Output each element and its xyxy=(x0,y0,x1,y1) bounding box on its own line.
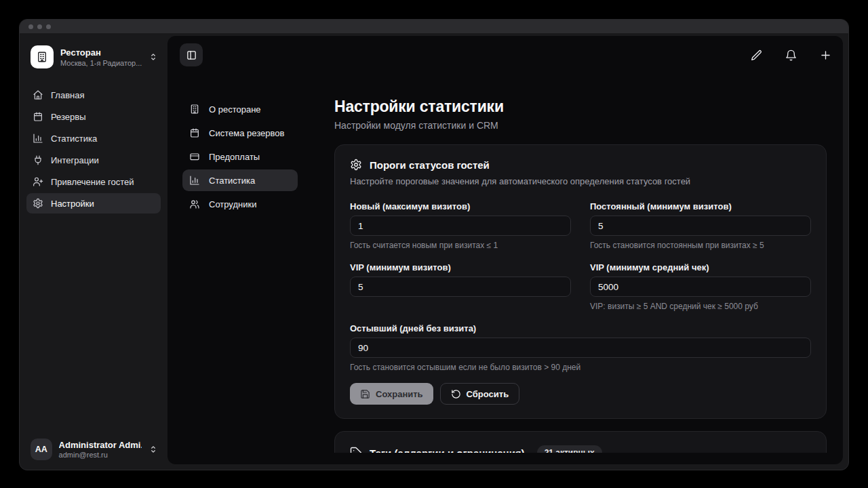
page-subtitle: Настройки модуля статистики и CRM xyxy=(334,120,827,131)
sidebar-item-label: Настройки xyxy=(51,199,94,209)
save-icon xyxy=(360,389,370,399)
field-label: Постоянный (минимум визитов) xyxy=(590,201,811,211)
workspace-location: Москва, 1-я Радиатор... xyxy=(60,59,142,67)
building-icon xyxy=(189,104,200,115)
sidebar: Ресторан Москва, 1-я Радиатор... xyxy=(20,33,167,470)
field-label: Новый (максимум визитов) xyxy=(350,201,571,211)
field-help: VIP: визиты ≥ 5 AND средний чек ≥ 5000 р… xyxy=(590,302,811,311)
field-help: Гость считается новым при визитах ≤ 1 xyxy=(350,241,571,250)
save-button[interactable]: Сохранить xyxy=(350,383,433,405)
panel-left-icon xyxy=(186,49,197,61)
settings-nav-item-employees[interactable]: Сотрудники xyxy=(182,193,298,215)
home-icon xyxy=(33,89,43,100)
workspace-switcher[interactable]: Ресторан Москва, 1-я Радиатор... xyxy=(26,40,161,74)
user-email: admin@rest.ru xyxy=(59,451,142,459)
add-button[interactable] xyxy=(816,46,834,64)
main-header xyxy=(167,36,843,74)
field-help: Гость становится остывшим если не было в… xyxy=(350,363,811,372)
active-tags-badge: 21 активных xyxy=(537,445,602,453)
app-window: Ресторан Москва, 1-я Радиатор... xyxy=(19,19,849,470)
field-help: Гость становится постоянным при визитах … xyxy=(590,241,811,250)
window-zoom-button[interactable] xyxy=(46,24,51,29)
field-cooled-days: Остывший (дней без визита) Гость станови… xyxy=(350,323,811,372)
vip-min-avg-check-input[interactable] xyxy=(590,277,811,297)
field-regular-min-visits: Постоянный (минимум визитов) Гость стано… xyxy=(590,201,811,250)
bar-chart-icon xyxy=(33,133,43,144)
page-title: Настройки статистики xyxy=(334,98,827,115)
settings-nav-label: Система резервов xyxy=(209,128,284,138)
field-new-max-visits: Новый (максимум визитов) Гость считается… xyxy=(350,201,571,250)
settings-nav-label: Предоплаты xyxy=(209,152,260,162)
users-icon xyxy=(189,199,200,209)
notifications-button[interactable] xyxy=(782,46,800,64)
chevrons-up-down-icon xyxy=(149,52,158,62)
new-max-visits-input[interactable] xyxy=(350,216,571,236)
restaurant-logo-icon xyxy=(31,45,54,68)
calendar-icon xyxy=(189,127,200,138)
sidebar-item-label: Резервы xyxy=(51,112,86,122)
save-button-label: Сохранить xyxy=(376,389,423,399)
sidebar-item-reserves[interactable]: Резервы xyxy=(26,106,161,127)
gear-icon xyxy=(350,159,362,171)
form-column: Настройки статистики Настройки модуля ст… xyxy=(334,98,827,453)
plug-icon xyxy=(33,155,43,165)
card-title: Пороги статусов гостей xyxy=(370,159,490,171)
chevrons-up-down-icon xyxy=(149,445,158,454)
card-subtitle: Настройте пороговые значения для автомат… xyxy=(350,176,811,186)
sidebar-item-label: Привлечение гостей xyxy=(51,177,134,187)
titlebar[interactable] xyxy=(20,20,848,33)
user-name: Administrator Admi... xyxy=(59,440,142,450)
settings-nav-item-reserve-system[interactable]: Система резервов xyxy=(182,122,298,144)
card-title: Теги (аллергии и ограничения) xyxy=(370,447,525,453)
tags-card: Теги (аллергии и ограничения) 21 активны… xyxy=(334,431,827,453)
main-panel: О ресторане Система резервов xyxy=(167,36,843,464)
settings-nav-label: Статистика xyxy=(209,176,255,186)
reset-button[interactable]: Сбросить xyxy=(440,383,520,405)
window-close-button[interactable] xyxy=(28,24,33,29)
sidebar-item-home[interactable]: Главная xyxy=(26,85,161,105)
settings-nav-item-statistics[interactable]: Статистика xyxy=(182,169,298,191)
field-vip-min-avg-check: VIP (минимум средний чек) VIP: визиты ≥ … xyxy=(590,262,811,311)
edit-button[interactable] xyxy=(747,46,765,64)
calendar-icon xyxy=(33,111,43,122)
gear-icon xyxy=(33,198,43,209)
sidebar-item-guest-acquisition[interactable]: Привлечение гостей xyxy=(26,171,161,192)
sidebar-item-label: Интеграции xyxy=(51,155,99,165)
settings-content: О ресторане Система резервов xyxy=(167,74,843,453)
workspace-name: Ресторан xyxy=(60,47,142,58)
cooled-days-input[interactable] xyxy=(350,338,811,358)
field-label: Остывший (дней без визита) xyxy=(350,323,811,333)
user-menu[interactable]: AA Administrator Admi... admin@rest.ru xyxy=(26,435,161,462)
field-label: VIP (минимум средний чек) xyxy=(590,262,811,272)
window-minimize-button[interactable] xyxy=(37,24,42,29)
sidebar-item-statistics[interactable]: Статистика xyxy=(26,128,161,148)
sidebar-item-label: Главная xyxy=(51,90,84,100)
sidebar-item-settings[interactable]: Настройки xyxy=(26,193,161,214)
regular-min-visits-input[interactable] xyxy=(590,216,811,236)
user-plus-icon xyxy=(33,176,43,187)
field-label: VIP (минимум визитов) xyxy=(350,262,571,272)
avatar: AA xyxy=(31,439,52,460)
thresholds-card: Пороги статусов гостей Настройте порогов… xyxy=(334,144,827,419)
pencil-icon xyxy=(750,49,763,62)
sidebar-toggle-button[interactable] xyxy=(180,43,203,66)
sidebar-item-label: Статистика xyxy=(51,134,97,144)
sidebar-item-integrations[interactable]: Интеграции xyxy=(26,150,161,170)
settings-nav-label: Сотрудники xyxy=(209,199,256,209)
settings-nav: О ресторане Система резервов xyxy=(182,98,298,453)
sidebar-nav: Главная Резервы Ст xyxy=(26,85,161,214)
undo-icon xyxy=(451,389,461,399)
bar-chart-icon xyxy=(189,175,200,186)
tag-icon xyxy=(350,447,362,453)
plus-icon xyxy=(819,49,832,62)
settings-nav-label: О ресторане xyxy=(209,104,261,115)
bell-icon xyxy=(785,49,797,62)
settings-nav-item-prepayments[interactable]: Предоплаты xyxy=(182,146,298,167)
field-vip-min-visits: VIP (минимум визитов) xyxy=(350,262,571,311)
vip-min-visits-input[interactable] xyxy=(350,277,571,297)
settings-nav-item-about[interactable]: О ресторане xyxy=(182,98,298,120)
reset-button-label: Сбросить xyxy=(467,389,509,399)
credit-card-icon xyxy=(189,151,200,162)
